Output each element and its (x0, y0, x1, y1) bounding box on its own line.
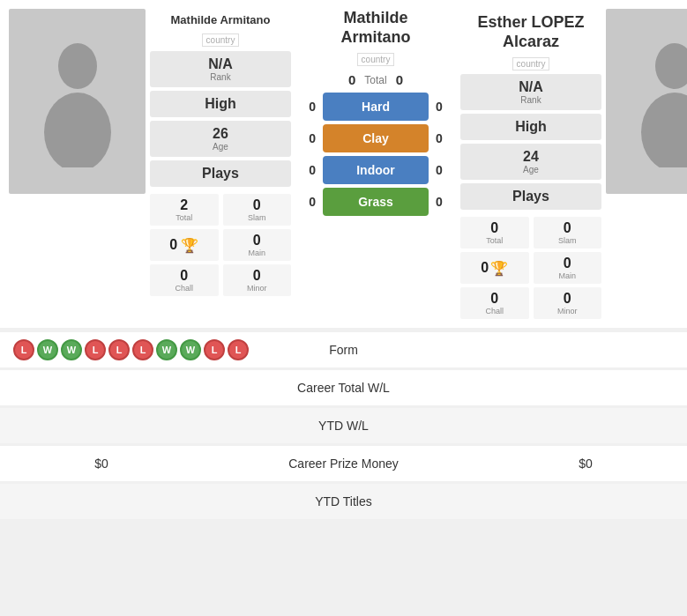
right-plays-card: Plays (460, 183, 601, 210)
career-prize-left: $0 (13, 456, 190, 471)
ytd-titles-row: YTD Titles (0, 484, 687, 519)
right-total-box: 0 Total (460, 217, 529, 249)
right-rank-lbl: Rank (469, 95, 593, 105)
left-mast-val: 0 (169, 237, 177, 253)
right-mast-val: 0 (481, 260, 489, 276)
total-line: 0 Total 0 (348, 72, 403, 87)
form-badges-left: LWWLLLWWLL (13, 339, 278, 360)
right-slam-box: 0 Slam (534, 217, 602, 249)
left-chall-minor-row: 0 Chall 0 Minor (150, 264, 291, 296)
right-rank-card: N/A Rank (460, 74, 601, 110)
career-prize-label: Career Prize Money (190, 456, 497, 471)
right-high-card: High (460, 114, 601, 140)
right-trophy-icon: 🏆 (490, 260, 508, 277)
indoor-btn: Indoor (323, 156, 429, 184)
right-player-photo (606, 9, 687, 194)
right-main-lbl: Main (535, 271, 601, 280)
left-chall-val: 0 (152, 268, 217, 284)
right-age-val: 24 (469, 149, 593, 165)
ytd-titles-label: YTD Titles (190, 494, 497, 508)
right-main-box: 0 Main (534, 252, 602, 284)
right-total-val: 0 (462, 220, 527, 236)
main-container: Mathilde Armitano country N/ARankHigh26A… (0, 0, 687, 519)
surface-indoor-row: 0 Indoor 0 (300, 156, 452, 184)
career-total-row: Career Total W/L (0, 370, 687, 405)
surface-hard-row: 0 Hard 0 (300, 93, 452, 121)
center-left-name: Mathilde Armitano (340, 9, 410, 47)
left-total-box: 2 Total (150, 194, 219, 226)
surface-clay-row: 0 Clay 0 (300, 124, 452, 152)
left-main-box: 0 Main (223, 229, 292, 261)
right-chall-box: 0 Chall (460, 287, 529, 319)
right-age-card: 24 Age (460, 144, 601, 180)
left-stats-col: Mathilde Armitano country N/ARankHigh26A… (150, 9, 291, 319)
surface-rows: 0 Hard 0 0 Clay 0 0 Indoor 0 0 Grass (300, 93, 452, 219)
left-minor-box: 0 Minor (223, 264, 292, 296)
left-slam-box: 0 Slam (223, 194, 292, 226)
career-total-label: Career Total W/L (190, 381, 497, 395)
left-rank-card: N/ARank (150, 51, 291, 87)
form-badge-l: L (132, 339, 153, 360)
left-mast-box: 0 🏆 (150, 229, 219, 261)
top-area: Mathilde Armitano country N/ARankHigh26A… (0, 0, 687, 328)
form-row: LWWLLLWWLL Form (0, 332, 687, 367)
form-badge-w: W (37, 339, 58, 360)
indoor-right: 0 (436, 163, 452, 177)
left-plays-card: Plays (150, 160, 291, 187)
total-right-score: 0 (396, 72, 403, 87)
left-chall-box: 0 Chall (150, 264, 219, 296)
right-stats-col: Esther LOPEZ Alcaraz country N/A Rank Hi… (460, 9, 601, 319)
form-badge-l: L (108, 339, 130, 360)
indoor-left: 0 (300, 163, 316, 177)
right-plays-val: Plays (469, 189, 593, 204)
right-minor-lbl: Minor (535, 307, 601, 315)
ytd-wl-row: YTD W/L (0, 408, 687, 443)
svg-point-3 (641, 93, 688, 167)
left-country: country (150, 31, 291, 47)
bottom-section: LWWLLLWWLL Form Career Total W/L YTD W/L… (0, 332, 687, 519)
right-main-val: 0 (535, 256, 601, 271)
right-slam-lbl: Slam (535, 236, 601, 245)
surface-grass-row: 0 Grass 0 (300, 188, 452, 216)
grass-btn: Grass (323, 188, 429, 216)
right-slam-val: 0 (535, 220, 601, 236)
form-label: Form (278, 343, 410, 357)
left-chall-lbl: Chall (152, 284, 217, 293)
right-mast-main-row: 0 🏆 0 Main (460, 252, 601, 284)
form-badge-l: L (228, 339, 249, 360)
clay-right: 0 (436, 131, 452, 145)
form-badge-w: W (156, 339, 177, 360)
right-rank-val: N/A (469, 79, 593, 95)
right-age-lbl: Age (469, 165, 593, 174)
svg-point-0 (58, 43, 97, 89)
left-total-val: 2 (152, 197, 217, 213)
svg-point-1 (44, 93, 111, 167)
left-slam-lbl: Slam (225, 213, 290, 222)
svg-point-2 (655, 43, 688, 89)
left-minor-val: 0 (225, 268, 290, 284)
left-player-photo (9, 9, 146, 194)
ytd-wl-label: YTD W/L (190, 419, 497, 433)
right-chall-minor-row: 0 Chall 0 Minor (460, 287, 601, 319)
left-age-card: 26Age (150, 121, 291, 157)
clay-left: 0 (300, 131, 316, 145)
center-left-country: country (357, 50, 395, 66)
right-chall-val: 0 (462, 291, 527, 307)
hard-btn: Hard (323, 93, 429, 121)
right-minor-box: 0 Minor (534, 287, 602, 319)
career-prize-row: $0 Career Prize Money $0 (0, 446, 687, 481)
form-badge-l: L (85, 339, 106, 360)
right-country: country (460, 55, 601, 71)
right-high-val: High (469, 119, 593, 135)
left-high-card: High (150, 91, 291, 117)
left-minor-lbl: Minor (225, 284, 290, 293)
clay-btn: Clay (323, 124, 429, 152)
left-total-slam-row: 2 Total 0 Slam (150, 194, 291, 226)
hard-right: 0 (436, 100, 452, 114)
total-left-score: 0 (348, 72, 355, 87)
form-badge-w: W (61, 339, 82, 360)
left-mast-main-row: 0 🏆 0 Main (150, 229, 291, 261)
grass-left: 0 (300, 195, 316, 209)
total-label: Total (364, 74, 386, 86)
career-prize-right: $0 (497, 456, 674, 471)
